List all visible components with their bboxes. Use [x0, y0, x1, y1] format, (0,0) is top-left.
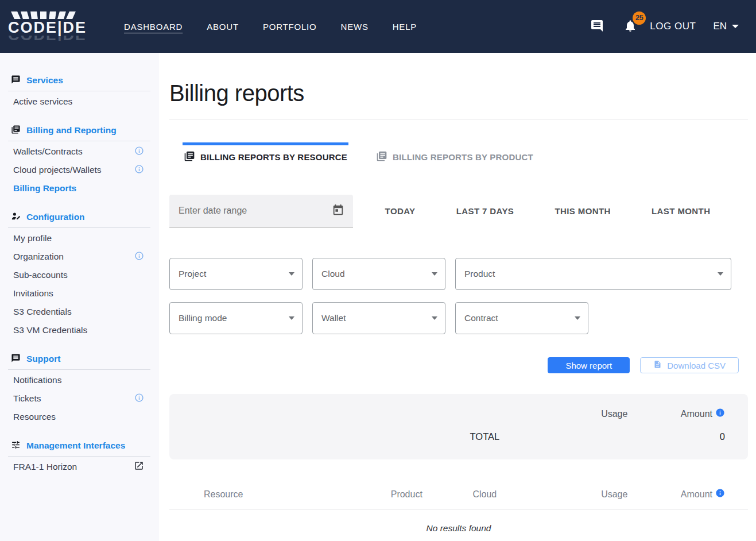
comment-icon: [590, 19, 604, 34]
total-header-row: Usage Amount: [169, 408, 748, 420]
sidebar-item-invitations[interactable]: Invitations: [0, 284, 159, 303]
calendar-icon: [332, 204, 344, 218]
dropdown-arrow-icon: [718, 272, 723, 276]
filters-row-2: Billing mode Wallet Contract: [169, 302, 748, 334]
nav-item-news[interactable]: NEWS: [341, 22, 369, 32]
notifications-button[interactable]: 25: [623, 19, 637, 34]
nav-item-dashboard[interactable]: DASHBOARD: [124, 22, 183, 32]
results-table-header: Resource Product Cloud Usage Amount: [169, 488, 748, 509]
sidebar-item-wallets-contracts[interactable]: Wallets/Contracts: [0, 142, 159, 161]
sidebar-item-active-services[interactable]: Active services: [0, 92, 159, 111]
main-nav-menu: DASHBOARD ABOUT PORTFOLIO NEWS HELP: [124, 22, 417, 32]
date-range-input[interactable]: [179, 206, 332, 216]
quick-range-buttons: TODAY LAST 7 DAYS THIS MONTH LAST MONTH: [353, 195, 748, 227]
sidebar-section-support: Support Notifications Tickets Resources: [0, 353, 159, 426]
product-select[interactable]: Product: [455, 258, 731, 290]
nav-item-portfolio[interactable]: PORTFOLIO: [263, 22, 317, 32]
sidebar-item-my-profile[interactable]: My profile: [0, 229, 159, 248]
library-books-icon: [376, 150, 387, 164]
empty-results-message: No results found: [169, 523, 748, 534]
tab-billing-reports-by-resource[interactable]: BILLING REPORTS BY RESOURCE: [183, 142, 348, 164]
usage-header: Usage: [522, 409, 633, 419]
show-report-button[interactable]: Show report: [548, 357, 630, 373]
top-navbar: CODE|DE CODE|DE DASHBOARD ABOUT PORTFOLI…: [0, 0, 756, 53]
open-in-new-icon[interactable]: [134, 461, 144, 473]
billing-mode-select[interactable]: Billing mode: [169, 302, 303, 334]
divider: [8, 456, 150, 457]
info-icon[interactable]: [134, 146, 144, 158]
filters-row-1: Project Cloud Product: [169, 258, 748, 290]
sidebar-item-sub-accounts[interactable]: Sub-accounts: [0, 266, 159, 284]
language-code: EN: [713, 21, 727, 32]
messages-button[interactable]: [590, 19, 604, 34]
total-row: TOTAL 0: [169, 431, 748, 442]
section-title-configuration: Configuration: [26, 212, 85, 222]
today-button[interactable]: TODAY: [385, 206, 416, 216]
sidebar-item-cloud-projects-wallets[interactable]: Cloud projects/Wallets: [0, 161, 159, 179]
library-books-icon: [184, 150, 195, 164]
project-select[interactable]: Project: [169, 258, 303, 290]
sidebar-section-services: Services Active services: [0, 75, 159, 111]
nav-item-help[interactable]: HELP: [393, 22, 417, 32]
sidebar-item-resources[interactable]: Resources: [0, 408, 159, 426]
cloud-select[interactable]: Cloud: [312, 258, 445, 290]
codede-logo[interactable]: CODE|DE CODE|DE: [8, 11, 106, 42]
sidebar-section-billing-reporting: Billing and Reporting Wallets/Contracts …: [0, 125, 159, 198]
divider: [8, 141, 150, 141]
info-icon[interactable]: [715, 488, 725, 500]
logout-button[interactable]: LOG OUT: [650, 21, 696, 32]
tab-billing-reports-by-product[interactable]: BILLING REPORTS BY PRODUCT: [375, 142, 534, 164]
this-month-button[interactable]: THIS MONTH: [555, 206, 610, 216]
last-7-days-button[interactable]: LAST 7 DAYS: [456, 206, 514, 216]
wallet-select[interactable]: Wallet: [312, 302, 445, 334]
amount-column-header: Amount: [632, 488, 748, 500]
sidebar-item-fra1-1-horizon[interactable]: FRA1-1 Horizon: [0, 458, 159, 476]
sidebar-item-organization[interactable]: Organization: [0, 248, 159, 266]
divider: [8, 227, 150, 228]
message-icon: [11, 75, 21, 87]
section-title-billing-reporting: Billing and Reporting: [26, 125, 117, 136]
sidebar-item-notifications[interactable]: Notifications: [0, 371, 159, 389]
total-amount-value: 0: [632, 431, 748, 442]
divider: [169, 119, 748, 119]
date-filter-row: TODAY LAST 7 DAYS THIS MONTH LAST MONTH: [169, 195, 748, 227]
section-title-support: Support: [26, 354, 60, 364]
nav-item-about[interactable]: ABOUT: [207, 22, 239, 32]
sidebar-item-billing-reports[interactable]: Billing Reports: [0, 179, 159, 198]
logo-reflection: CODE|DE: [8, 36, 87, 42]
sidebar-item-tickets[interactable]: Tickets: [0, 389, 159, 408]
amount-header: Amount: [632, 408, 748, 420]
section-title-services: Services: [26, 75, 63, 86]
dropdown-arrow-icon: [289, 272, 294, 276]
divider: [8, 91, 150, 91]
last-month-button[interactable]: LAST MONTH: [652, 206, 710, 216]
library-books-icon: [11, 125, 21, 137]
dropdown-arrow-icon: [575, 316, 580, 320]
report-tabs: BILLING REPORTS BY RESOURCE BILLING REPO…: [169, 142, 748, 164]
total-summary-card: Usage Amount TOTAL 0: [169, 394, 748, 459]
calendar-picker-button[interactable]: [332, 204, 344, 218]
cloud-column-header: Cloud: [447, 489, 522, 500]
language-selector[interactable]: EN: [713, 21, 739, 32]
product-column-header: Product: [366, 489, 447, 500]
notifications-count-badge: 25: [633, 11, 646, 25]
sidebar-item-s3-credentials[interactable]: S3 Credentials: [0, 303, 159, 321]
info-icon[interactable]: [134, 251, 144, 263]
info-icon[interactable]: [715, 408, 725, 420]
usage-column-header: Usage: [522, 489, 633, 500]
file-icon: [653, 360, 662, 370]
sidebar-section-management-interfaces: Management Interfaces FRA1-1 Horizon: [0, 440, 159, 476]
sidebar: Services Active services Billing and Rep…: [0, 53, 159, 541]
info-icon[interactable]: [134, 393, 144, 405]
sidebar-item-s3-vm-credentials[interactable]: S3 VM Credentials: [0, 321, 159, 339]
resource-column-header: Resource: [169, 489, 366, 500]
sidebar-section-configuration: Configuration My profile Organization Su…: [0, 211, 159, 339]
section-title-management-interfaces: Management Interfaces: [26, 440, 125, 451]
contract-select[interactable]: Contract: [455, 302, 588, 334]
main-content: Billing reports BILLING REPORTS BY RESOU…: [159, 53, 756, 541]
logo-text: CODE|DE: [8, 20, 87, 36]
chat-icon: [11, 353, 21, 365]
info-icon[interactable]: [134, 164, 144, 176]
tune-icon: [11, 440, 21, 452]
download-csv-button[interactable]: Download CSV: [640, 357, 739, 373]
